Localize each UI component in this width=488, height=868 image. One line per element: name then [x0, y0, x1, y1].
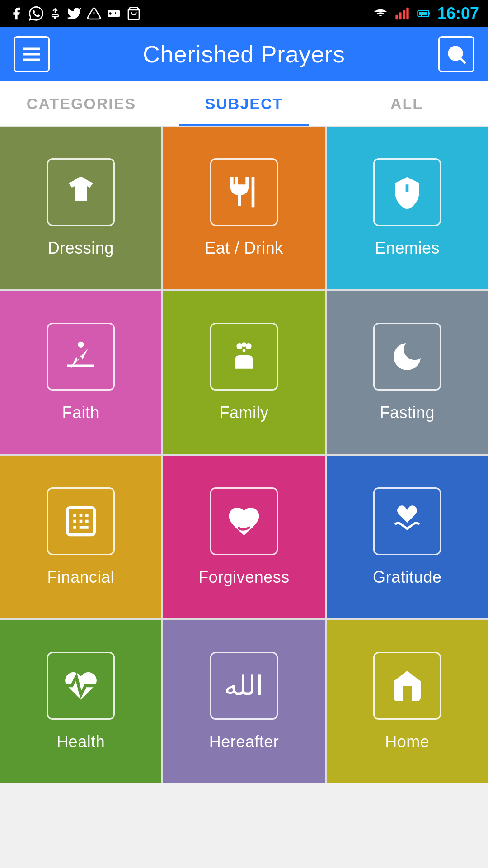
svg-rect-2: [395, 15, 398, 20]
app-bar: Cherished Prayers: [0, 27, 488, 81]
faith-label: Faith: [62, 403, 99, 422]
enemies-label: Enemies: [375, 239, 440, 258]
forgiveness-label: Forgiveness: [198, 568, 290, 587]
tab-subject[interactable]: SUBJECT: [163, 81, 325, 126]
eatdrink-label: Eat / Drink: [205, 239, 283, 258]
cell-enemies[interactable]: Enemies: [327, 127, 488, 289]
svg-point-0: [54, 17, 56, 19]
cell-health[interactable]: Health: [0, 620, 161, 783]
faith-icon-box: [47, 323, 115, 391]
cell-family[interactable]: Family: [163, 291, 324, 454]
gratitude-icon-box: [373, 487, 441, 555]
svg-rect-7: [429, 12, 430, 14]
tab-all[interactable]: ALL: [325, 81, 488, 126]
financial-icon-box: [47, 487, 115, 555]
fasting-label: Fasting: [380, 403, 435, 422]
cell-eatdrink[interactable]: Eat / Drink: [163, 127, 324, 289]
svg-rect-5: [406, 8, 408, 20]
fasting-icon-box: [373, 323, 441, 391]
cell-financial[interactable]: Financial: [0, 456, 161, 618]
search-button[interactable]: [438, 36, 474, 72]
menu-button[interactable]: [14, 36, 50, 72]
hereafter-icon-box: الله: [210, 652, 278, 720]
family-icon-box: [210, 323, 278, 391]
cell-faith[interactable]: Faith: [0, 291, 161, 454]
gratitude-label: Gratitude: [373, 568, 442, 587]
status-time: 16:07: [437, 4, 479, 23]
dressing-label: Dressing: [48, 239, 114, 258]
hereafter-label: Hereafter: [209, 732, 279, 751]
svg-point-18: [242, 342, 246, 347]
svg-point-19: [243, 349, 246, 352]
family-label: Family: [219, 403, 268, 422]
cell-gratitude[interactable]: Gratitude: [327, 456, 488, 618]
svg-point-13: [449, 47, 462, 60]
cell-hereafter[interactable]: الله Hereafter: [163, 620, 324, 783]
home-icon-box: [373, 652, 441, 720]
svg-text:⚡: ⚡: [420, 12, 424, 16]
tab-bar: CATEGORIES SUBJECT ALL: [0, 81, 488, 127]
enemies-icon-box: [373, 158, 441, 226]
dressing-icon-box: [47, 158, 115, 226]
health-icon-box: [47, 652, 115, 720]
cell-fasting[interactable]: Fasting: [327, 291, 488, 454]
app-title: Cherished Prayers: [143, 41, 345, 68]
status-right-icons: ⚡ 16:07: [372, 4, 479, 23]
svg-point-17: [245, 343, 251, 349]
financial-label: Financial: [47, 568, 114, 587]
eatdrink-icon-box: [210, 158, 278, 226]
svg-rect-3: [399, 12, 401, 19]
svg-rect-4: [403, 10, 405, 19]
forgiveness-icon-box: [210, 487, 278, 555]
cell-home[interactable]: Home: [327, 620, 488, 783]
status-icons: [9, 6, 141, 21]
cell-forgiveness[interactable]: Forgiveness: [163, 456, 324, 618]
status-bar: ⚡ 16:07: [0, 0, 488, 27]
svg-line-14: [460, 58, 465, 63]
tab-categories[interactable]: CATEGORIES: [0, 81, 163, 126]
svg-point-15: [78, 342, 84, 348]
svg-point-16: [236, 343, 242, 349]
cell-dressing[interactable]: Dressing: [0, 127, 161, 289]
home-label: Home: [385, 732, 429, 751]
category-grid: Dressing Eat / Drink Enemies: [0, 127, 488, 783]
health-label: Health: [56, 732, 105, 751]
